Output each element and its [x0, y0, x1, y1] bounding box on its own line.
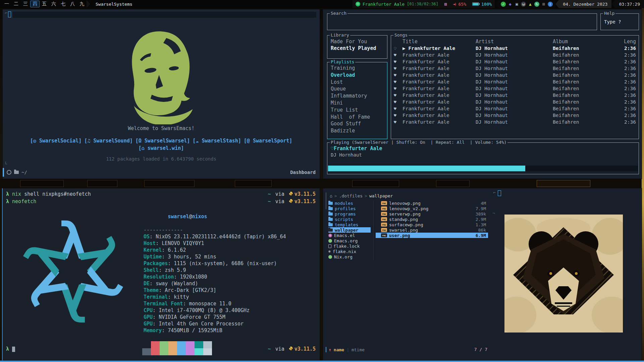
library-item[interactable]: Recently Played [331, 45, 384, 52]
file-row-swarsel.png[interactable]: PNGswarsel.png86k [376, 227, 488, 233]
sidebar-entry-emacs.org[interactable]: Emacs.org [328, 238, 371, 243]
battery-module[interactable]: 100% [469, 0, 495, 8]
playlist-item[interactable]: Inflammatory [331, 93, 384, 100]
song-row[interactable]: ♥Frankfurter AaleDJ HornhautBeifahren2:3… [394, 119, 636, 125]
breadcrumb[interactable]: ⌂>.dotfiles>wallpaper [330, 193, 393, 198]
song-row[interactable]: ♥Frankfurter AaleDJ HornhautBeifahren2:3… [394, 78, 636, 85]
song-row[interactable]: ♥Frankfurter AaleDJ HornhautBeifahren2:3… [394, 52, 636, 58]
sidebar-entry-emacs.el[interactable]: eEmacs.el [328, 233, 371, 238]
now-playing-module[interactable]: Frankfurter Aale [01:38/02:36] [353, 0, 441, 8]
file-row-serverwp.png[interactable]: PNGserverwp.png389k [376, 211, 488, 217]
song-length: 2:36 [619, 93, 636, 98]
workspace-4[interactable]: 四 [30, 1, 40, 7]
clock-module[interactable]: 03:37:29 [615, 0, 644, 8]
workspace-1[interactable]: 一 [2, 1, 11, 7]
file-row-lenovowp_v2.png[interactable]: PNGlenovowp_v2.png7.9M [376, 206, 488, 211]
breadcrumb-segment[interactable]: ⌂ [330, 193, 332, 198]
dashboard-link-swarsel-win[interactable]: [⌂ swarsel.win] [139, 145, 184, 151]
dashboard-link-swarselsound[interactable]: [♫ SwarselSound] [84, 138, 133, 144]
dashboard-link-swarselswarsel[interactable]: [Ω SwarselSwarsel] [136, 138, 190, 144]
sidebar-entry-flake.nix[interactable]: ❄flake.nix [328, 249, 371, 254]
liked-heart-icon[interactable]: ♥ [394, 86, 402, 91]
breadcrumb-segment[interactable]: .dotfiles [339, 193, 363, 198]
gem-icon[interactable]: ◆ [507, 2, 513, 7]
sidebar-entry-templates[interactable]: templates [328, 222, 371, 227]
workspace-9[interactable]: 九 [77, 1, 87, 7]
song-row[interactable]: ♥Frankfurter AaleDJ HornhautBeifahren2:3… [394, 112, 636, 119]
tent-icon[interactable]: ▲ [528, 2, 533, 7]
sidebar-entry-flake.lock[interactable]: flake.lock [328, 243, 371, 249]
workspace-5[interactable]: 五 [40, 1, 49, 7]
search-input[interactable]: Search [327, 13, 597, 30]
liked-heart-icon[interactable]: ♡ [331, 145, 334, 152]
file-row-standwp.png[interactable]: PNGstandwp.png2.9M [376, 217, 488, 222]
scroll-indicator[interactable] [326, 192, 326, 209]
liked-heart-icon[interactable]: ♥ [394, 73, 402, 78]
sidebar-entry-programs[interactable]: programs [328, 211, 371, 217]
field-label: Uptime [144, 254, 162, 260]
liked-heart-icon[interactable]: ♥ [394, 53, 402, 58]
liked-heart-icon[interactable]: ♥ [394, 120, 402, 125]
file-size: 6.9M [476, 233, 488, 238]
dashboard-link-swarselstash[interactable]: [☁ SwarselStash] [193, 138, 241, 144]
python-icon [289, 191, 293, 197]
sidebar-entry-profiles[interactable]: profiles [328, 206, 371, 211]
song-row[interactable]: ♥Frankfurter AaleDJ HornhautBeifahren2:3… [394, 72, 636, 78]
playlist-item[interactable]: Lost [331, 79, 384, 86]
liked-heart-icon[interactable]: ♥ [394, 93, 402, 98]
workspace-2[interactable]: 二 [11, 1, 21, 7]
liked-heart-icon[interactable]: ♥ [394, 79, 402, 84]
sidebar-entry-wallpaper[interactable]: wallpaper [328, 227, 371, 233]
dashboard-link-swarselsport[interactable]: [@ SwarselSport] [244, 138, 292, 144]
playlist-item[interactable]: Training [331, 65, 384, 72]
playlist-item[interactable]: Overload [331, 72, 384, 79]
playlist-item[interactable]: True List [331, 107, 384, 114]
liked-heart-icon[interactable]: ♥ [394, 59, 402, 64]
library-item[interactable]: Made For You [331, 38, 384, 45]
sidebar-entry-scripts[interactable]: scripts [328, 217, 371, 222]
liked-heart-icon[interactable]: ♥ [394, 106, 402, 111]
snapshot-icon[interactable]: ▣ [514, 2, 519, 7]
keyboard-module[interactable]: ▤ [441, 0, 450, 8]
song-row[interactable]: ♡▶ Frankfurter AaleDJ HornhautBeifahren2… [394, 45, 636, 52]
playlist-item[interactable]: Hall of Fame [331, 114, 384, 121]
song-row[interactable]: ♥Frankfurter AaleDJ HornhautBeifahren2:3… [394, 92, 636, 99]
breadcrumb-segment[interactable]: wallpaper [369, 193, 393, 198]
discord-icon[interactable]: ω [521, 2, 526, 7]
terminal-window[interactable]: λ nix shell nixpkgs#neofetch λ neofetch … [2, 188, 320, 360]
column-divider [373, 200, 374, 260]
check-icon[interactable]: ✓ [501, 2, 506, 7]
playlist-item[interactable]: Queue [331, 85, 384, 93]
liked-heart-icon[interactable]: ♥ [394, 66, 402, 71]
playlist-item[interactable]: Badizzle [331, 127, 384, 134]
liked-heart-icon[interactable]: ♥ [394, 113, 402, 118]
song-row[interactable]: ♥Frankfurter AaleDJ HornhautBeifahren2:3… [394, 58, 636, 65]
workspace-7[interactable]: 七 [58, 1, 68, 7]
playlist-item[interactable]: Good Stuff [331, 120, 384, 127]
workspace-8[interactable]: 八 [68, 1, 77, 7]
liked-heart-icon[interactable]: ♥ [394, 100, 402, 105]
playlist-item[interactable]: Mini [331, 100, 384, 107]
workspace-3[interactable]: 三 [21, 1, 30, 7]
file-row-user.png[interactable]: PNGuser.png6.9M [376, 233, 488, 238]
song-row[interactable]: ♥Frankfurter AaleDJ HornhautBeifahren2:3… [394, 99, 636, 105]
date-module[interactable]: 04. Dezember 2023 [559, 0, 611, 8]
sidebar-entry-nix.org[interactable]: Nix.org [328, 254, 371, 259]
syncthing-icon[interactable]: ↻ [534, 2, 539, 7]
song-row[interactable]: ♥Frankfurter AaleDJ HornhautBeifahren2:3… [394, 105, 636, 112]
bluetooth-icon[interactable]: ᛒ [548, 2, 553, 7]
workspace-6[interactable]: 六 [49, 1, 58, 7]
volume-module[interactable]: ◄) 65% [450, 0, 469, 8]
sidebar-entry-modules[interactable]: modules [328, 200, 371, 206]
file-row-surfacewp.png[interactable]: PNGsurfacewp.png1.3M [376, 222, 488, 227]
song-row[interactable]: ♥Frankfurter AaleDJ HornhautBeifahren2:3… [394, 85, 636, 92]
displays-icon[interactable]: ⊞ [541, 2, 546, 7]
png-badge-icon: PNG [381, 201, 387, 205]
dashboard-link-swarselsocial[interactable]: [◎ SwarselSocial] [30, 138, 82, 144]
file-row-lenovowp.png[interactable]: PNGlenovowp.png4M [376, 200, 488, 206]
liked-heart-icon[interactable]: ♡ [394, 46, 402, 51]
shell-prompt[interactable]: λ [6, 346, 15, 352]
statusbar-sort[interactable]: ↑ name | mtime [326, 347, 365, 352]
song-row[interactable]: ♥Frankfurter AaleDJ HornhautBeifahren2:3… [394, 65, 636, 72]
progress-bar[interactable] [328, 166, 638, 171]
